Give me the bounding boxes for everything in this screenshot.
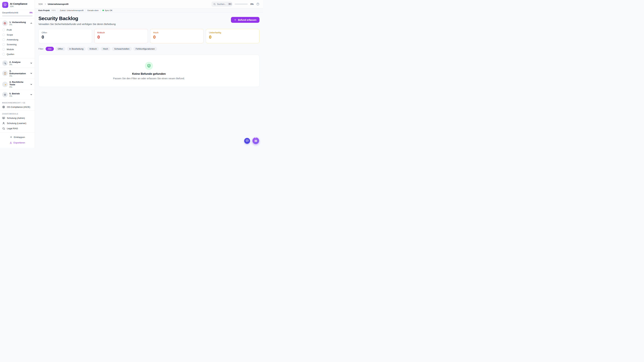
- target-icon: [2, 20, 8, 26]
- notification-dot: [256, 137, 256, 138]
- status-bar: Kein Projekt V001 Zuletzt: Unternehmensp…: [35, 8, 263, 12]
- app-window: AI Compliance SDK Gesamtfortschritt 0% 1…: [0, 0, 263, 148]
- radio-circle-icon: [2, 33, 5, 36]
- columns-icon: [254, 139, 258, 142]
- sidebar-item-anwendung[interactable]: Anwendung: [0, 37, 35, 42]
- breadcrumb-current: Unternehmensprofil: [48, 3, 68, 5]
- sidebar-item-quellen[interactable]: Quellen: [0, 52, 35, 57]
- filter-chip-kritisch[interactable]: Kritisch: [87, 47, 99, 51]
- sidebar-nav: 1. Vorbereitung0%ProfilScopeAnwendungScr…: [0, 18, 35, 132]
- add-finding-button[interactable]: Befund erfassen: [231, 17, 260, 23]
- progress-label: Gesamtfortschritt: [2, 11, 18, 14]
- stat-card-kritisch: Kritisch0: [94, 29, 148, 43]
- chat-bubble-icon: [246, 139, 249, 142]
- filter-label: Filter:: [38, 48, 44, 50]
- search-input[interactable]: Suchen... ⌘K: [212, 1, 232, 7]
- sidebar-section-5-betrieb[interactable]: 5. Betrieb0%: [0, 91, 35, 98]
- upload-icon: [10, 141, 12, 144]
- page-content: Security Backlog Verwalten Sie Sicherhei…: [35, 12, 263, 148]
- sidebar-header: AI Compliance SDK: [0, 0, 35, 10]
- app-logo-shield-icon: [2, 2, 8, 8]
- sidebar-item-module[interactable]: Module: [0, 47, 35, 52]
- sidebar-section-2-analyse[interactable]: 2. Analyse0%: [0, 59, 35, 67]
- version-badge: V001: [52, 9, 56, 11]
- radio-circle-icon: [2, 48, 5, 51]
- last-visited: Zuletzt: Unternehmensprofil: [60, 9, 84, 11]
- search-shortcut-badge: ⌘K: [228, 3, 232, 5]
- chevron-down-icon: [30, 62, 32, 64]
- group-header-zusatzmodule: ZUSATZMODULE: [0, 112, 35, 115]
- double-chevron-left-icon: [10, 136, 12, 138]
- chevron-down-icon: [30, 93, 32, 96]
- topbar-progress-value: 0%: [250, 3, 254, 5]
- chat-fab-button[interactable]: [244, 138, 250, 144]
- search-icon: [2, 127, 5, 130]
- sidebar-item-screening[interactable]: Screening: [0, 42, 35, 47]
- sidebar: AI Compliance SDK Gesamtfortschritt 0% 1…: [0, 0, 35, 148]
- memo-icon: [2, 82, 8, 87]
- collapse-sidebar-button[interactable]: Einklappen: [0, 134, 35, 140]
- sidebar-item-schulung-learner[interactable]: Schulung (Learner): [0, 121, 35, 126]
- shield-check-icon: [145, 62, 153, 70]
- filter-chip-fehlkonfigurationen[interactable]: Fehlkonfigurationen: [133, 47, 157, 51]
- sync-status: Sync OK: [102, 9, 112, 11]
- stat-card-offen: Offen0: [38, 29, 92, 43]
- sidebar-section-1-vorbereitung[interactable]: 1. Vorbereitung0%: [0, 19, 35, 27]
- page-subtitle: Verwalten Sie Sicherheitsbefunde und ver…: [38, 23, 116, 25]
- page-title: Security Backlog: [38, 15, 116, 21]
- stats-row: Offen0Kritisch0Hoch0Ueberfaellig0: [38, 29, 260, 43]
- sidebar-item-schulung-admin[interactable]: Schulung (Admin): [0, 115, 35, 121]
- main-area: SDK Unternehmensprofil Suchen... ⌘K 0%: [35, 0, 263, 148]
- chevron-right-icon: [44, 3, 46, 5]
- sync-ok-dot-icon: [102, 10, 104, 11]
- sidebar-section-4-rechtliche-texte[interactable]: 4. Rechtliche Texte0%: [0, 80, 35, 89]
- sidebar-item-scope[interactable]: Scope: [0, 32, 35, 37]
- radio-circle-icon: [2, 43, 5, 46]
- filter-chip-offen[interactable]: Offen: [55, 47, 66, 51]
- filter-chip-hoch[interactable]: Hoch: [100, 47, 110, 51]
- clipboard-icon: [2, 70, 8, 76]
- book-icon: [2, 117, 5, 119]
- sidebar-item-ai-quality[interactable]: AI Quality: [0, 131, 35, 132]
- breadcrumb: SDK Unternehmensprofil: [38, 3, 68, 5]
- app-subtitle: SDK: [10, 5, 27, 7]
- chevron-up-icon: [30, 22, 32, 24]
- sidebar-item-profil[interactable]: Profil: [0, 27, 35, 32]
- sidebar-item-legal-rag[interactable]: Legal RAG: [0, 126, 35, 131]
- sidebar-item-ce-compliance-iace[interactable]: CE-Compliance (IACE): [0, 104, 35, 110]
- radio-circle-icon: [2, 53, 5, 55]
- empty-state-title: Keine Befunde gefunden: [132, 72, 166, 76]
- radio-circle-icon: [2, 29, 5, 31]
- user-icon: [2, 122, 5, 125]
- app-title: AI Compliance: [10, 2, 27, 5]
- plus-icon: [234, 18, 236, 21]
- topbar-progress-bar: [234, 3, 248, 5]
- filter-chip-in-bearbeitung[interactable]: In Bearbeitung: [67, 47, 86, 51]
- chevron-down-icon: [30, 72, 32, 75]
- search-placeholder: Suchen...: [217, 3, 226, 5]
- overall-progress: Gesamtfortschritt 0%: [0, 10, 35, 18]
- last-saved-time: Gerade eben: [88, 9, 98, 11]
- empty-state-message: Passen Sie den Filter an oder erfassen S…: [113, 77, 185, 80]
- stat-card-hoch: Hoch0: [150, 29, 204, 43]
- topbar: SDK Unternehmensprofil Suchen... ⌘K 0%: [35, 0, 263, 8]
- breadcrumb-root[interactable]: SDK: [38, 3, 43, 5]
- sidebar-section-3-dokumentation[interactable]: 3. Dokumentation0%: [0, 68, 35, 78]
- progress-value: 0%: [30, 11, 32, 14]
- project-name: Kein Projekt: [38, 9, 50, 11]
- filter-chip-alle[interactable]: Alle: [46, 47, 54, 51]
- help-icon[interactable]: [256, 2, 260, 6]
- floating-actions: [244, 137, 259, 144]
- search-icon: [213, 3, 216, 5]
- filter-bar: Filter: AlleOffenIn BearbeitungKritischH…: [38, 47, 260, 51]
- stat-card-ueberfaellig: Ueberfaellig0: [206, 29, 260, 43]
- sidebar-footer: Einklappen Exportieren: [0, 132, 35, 148]
- chevron-down-icon: [30, 83, 32, 86]
- export-button[interactable]: Exportieren: [0, 140, 35, 145]
- group-header-maschinenrecht-ce: MASCHINENRECHT / CE: [0, 101, 35, 104]
- cpu-icon: [2, 106, 5, 108]
- board-fab-button[interactable]: [252, 137, 259, 144]
- empty-state-card: Keine Befunde gefunden Passen Sie den Fi…: [38, 55, 260, 87]
- gear-icon: [2, 92, 8, 97]
- filter-chip-schwachstellen[interactable]: Schwachstellen: [112, 47, 132, 51]
